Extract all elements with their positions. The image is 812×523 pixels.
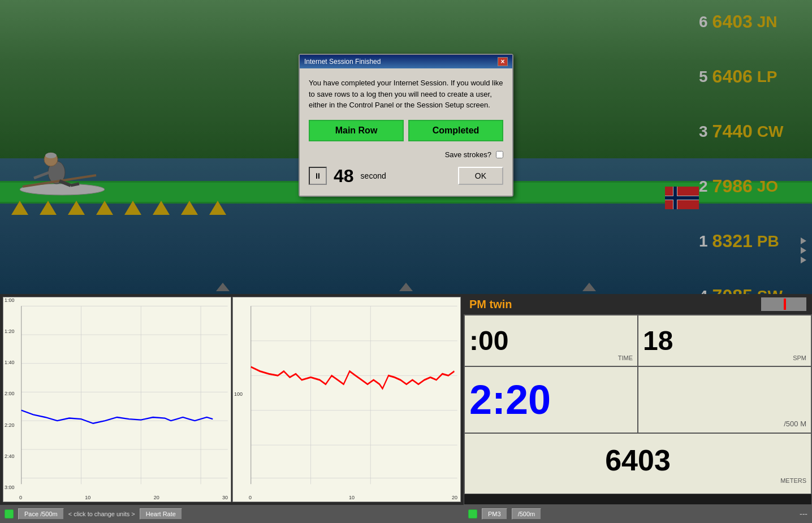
x-label: 10: [85, 495, 90, 500]
dash-label: ---: [800, 509, 807, 518]
dialog-title: Internet Session Finished: [304, 58, 381, 66]
dialog-overlay: Internet Session Finished × You have com…: [0, 0, 812, 294]
click-to-change-label: < click to change units >: [68, 511, 135, 517]
charts-panel: 1:00 1:20 1:40 2:00 2:20 2:40 3:00: [0, 294, 464, 523]
pause-button[interactable]: ⏸: [309, 167, 327, 185]
pm-title: PM twin: [469, 298, 512, 311]
dialog-titlebar: Internet Session Finished ×: [300, 55, 512, 68]
pace-chart-svg: [3, 297, 231, 502]
pm-pace-cell: 2:20: [464, 366, 638, 433]
save-strokes-label: Save strokes?: [445, 150, 491, 159]
timer-unit: second: [361, 171, 386, 180]
x-label: 20: [154, 495, 159, 500]
pm-spm-unit: SPM: [793, 355, 806, 361]
timer-value: 48: [334, 166, 354, 187]
x-label: 20: [452, 495, 457, 500]
save-strokes-checkbox[interactable]: [496, 151, 503, 158]
dialog-bottom-row: ⏸ 48 second OK: [309, 166, 503, 187]
unit-button[interactable]: /500m: [512, 508, 542, 520]
pm-pace-value: 2:20: [469, 377, 551, 423]
heart-rate-button[interactable]: Heart Rate: [140, 508, 182, 520]
ok-button[interactable]: OK: [458, 167, 503, 185]
pm-indicator-bar: [784, 299, 786, 310]
pm-header: PM twin: [464, 294, 812, 314]
close-button[interactable]: ×: [498, 57, 508, 66]
charts-row: 1:00 1:20 1:40 2:00 2:20 2:40 3:00: [0, 294, 464, 505]
hr-chart-svg: [233, 297, 460, 502]
pm-time-label: TIME: [618, 355, 633, 361]
main-row-button[interactable]: Main Row: [309, 120, 404, 141]
pace-chart: 1:00 1:20 1:40 2:00 2:20 2:40 3:00: [3, 297, 231, 502]
save-strokes-row: Save strokes?: [309, 150, 503, 159]
pace-x-labels: 0 10 20 30: [19, 495, 228, 500]
pm-panel: PM twin :00 TIME 18 SPM 2:20 /500 M: [464, 294, 812, 523]
pm-time-value: :00: [469, 325, 508, 356]
pm-spm-cell: 18 SPM: [638, 315, 811, 366]
pm-meters-value: 6403: [605, 443, 671, 477]
dialog-message: You have completed your Internet Session…: [309, 77, 503, 111]
pm-meters-label: METERS: [780, 477, 806, 484]
pm-status-indicator: [468, 509, 477, 518]
pm-pace-unit-cell: /500 M: [638, 366, 811, 433]
pm-bottom-toolbar: PM3 /500m ---: [464, 505, 812, 523]
heart-rate-chart: 100 0: [232, 297, 461, 502]
x-label: 0: [19, 495, 22, 500]
session-finished-dialog: Internet Session Finished × You have com…: [299, 54, 513, 197]
pm-spm-value: 18: [643, 325, 673, 356]
hr-x-labels: 0 10 20: [249, 495, 457, 500]
completed-button[interactable]: Completed: [408, 120, 503, 141]
status-indicator: [5, 509, 14, 518]
pm-indicator: [761, 297, 806, 311]
game-area: 6 6403 JN 5 6406 LP 3 7440 CW 2 7986 JO …: [0, 0, 812, 294]
pm-meters-cell: 6403 METERS: [464, 433, 811, 494]
x-label: 0: [249, 495, 252, 500]
dialog-body: You have completed your Internet Session…: [300, 68, 512, 196]
pace-button[interactable]: Pace /500m: [18, 508, 64, 520]
pm3-button[interactable]: PM3: [482, 508, 507, 520]
stats-area: 1:00 1:20 1:40 2:00 2:20 2:40 3:00: [0, 294, 812, 523]
pm-stats-grid: :00 TIME 18 SPM 2:20 /500 M 6403 METERS: [464, 314, 812, 505]
dialog-action-buttons: Main Row Completed: [309, 120, 503, 141]
x-label: 10: [349, 495, 355, 500]
charts-bottom-toolbar: Pace /500m < click to change units > Hea…: [0, 505, 464, 523]
x-label: 30: [222, 495, 228, 500]
pm-pace-unit: /500 M: [784, 420, 806, 428]
pm-time-cell: :00 TIME: [464, 315, 638, 366]
